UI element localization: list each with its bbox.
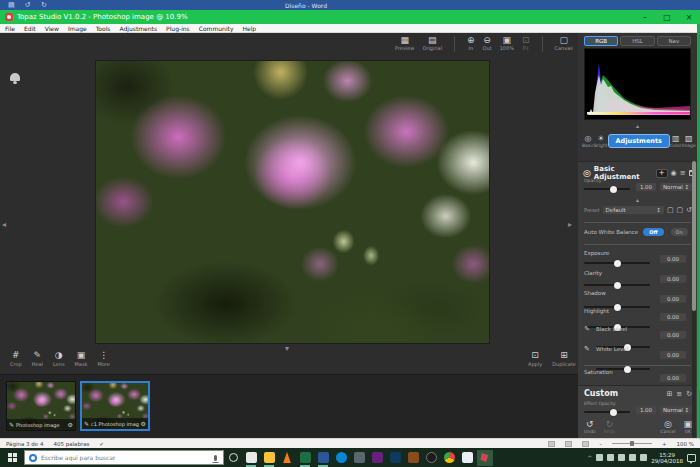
add-adjustment-button[interactable]: + <box>656 169 668 178</box>
taskbar-app-dark[interactable] <box>423 450 439 466</box>
more-tools-button[interactable]: ⋮ More <box>97 351 109 367</box>
thumbnail-photoshop-image[interactable]: ✎ Photoshop image ⚙ <box>6 381 76 431</box>
apply-button[interactable]: ⊡ Apply <box>528 351 542 367</box>
app-titlebar[interactable]: Topaz Studio V1.0.2 - Photoshop image @ … <box>0 10 700 24</box>
taskbar-app-photoshop[interactable] <box>387 450 403 466</box>
opacity-collapse-caret[interactable]: ▴ <box>578 196 697 203</box>
tray-onedrive-icon[interactable] <box>596 454 603 461</box>
awb-on-toggle[interactable]: On <box>671 228 688 236</box>
tab-nav[interactable]: Nav <box>657 36 691 46</box>
taskbar-app-photos[interactable] <box>459 450 475 466</box>
black-level-value[interactable]: 0.00 <box>660 331 686 339</box>
close-button[interactable]: × <box>678 13 700 22</box>
menu-plugins[interactable]: Plug-ins <box>166 25 190 32</box>
highlight-value[interactable]: 0.00 <box>660 313 686 321</box>
canvas-image[interactable] <box>95 60 490 344</box>
effect-opacity-value[interactable]: 1.00 <box>636 406 656 414</box>
taskbar-app-brown[interactable] <box>405 450 421 466</box>
exposure-slider[interactable] <box>584 262 650 264</box>
word-quick-access-icons[interactable]: ▤ ↺ ↻ <box>8 1 51 9</box>
menu-file[interactable]: File <box>5 25 15 32</box>
fit-button[interactable]: ⊡ Fit <box>522 36 530 51</box>
menu-community[interactable]: Community <box>199 25 234 32</box>
read-mode-button[interactable] <box>548 441 555 447</box>
duplicate-button[interactable]: ⊞ Duplicate <box>552 351 576 367</box>
taskbar-app-skype[interactable] <box>333 450 349 466</box>
black-point-dropper-icon[interactable]: ✎ <box>584 326 590 333</box>
menu-view[interactable]: View <box>45 25 59 32</box>
menu-adjustments[interactable]: Adjustments <box>120 25 158 32</box>
ok-button[interactable]: ▣ OK <box>683 420 692 434</box>
panel-scrollbar[interactable] <box>692 161 696 438</box>
taskbar-app-mail[interactable] <box>243 450 259 466</box>
taskbar-app-chrome[interactable] <box>441 450 457 466</box>
tray-battery-icon[interactable] <box>618 454 625 461</box>
menu-image[interactable]: Image <box>68 25 87 32</box>
shadow-value[interactable]: 0.00 <box>660 295 686 303</box>
left-panel-expand-arrow[interactable]: ◂ <box>2 221 6 229</box>
lens-tool-button[interactable]: ◑ Lens <box>53 351 65 367</box>
visibility-eye-icon[interactable]: ◉ <box>671 169 677 177</box>
web-layout-button[interactable] <box>582 441 589 447</box>
opacity-slider-knob[interactable] <box>610 186 617 193</box>
word-page-status[interactable]: Página 3 de 4 <box>6 441 43 447</box>
mask-tool-button[interactable]: ▣ Mask <box>75 351 88 367</box>
copy-effect-icon[interactable]: ⊞ <box>666 390 672 398</box>
crop-tool-button[interactable]: # Crop <box>10 351 22 367</box>
heal-tool-button[interactable]: ✎ Heal <box>32 351 43 367</box>
thumbnail-c1-photoshop-image[interactable]: ✎ c1.Photoshop image ⚙ <box>80 381 150 431</box>
preview-button[interactable]: ▦ Preview <box>395 36 414 51</box>
taskbar-app-word[interactable] <box>315 450 331 466</box>
histogram-collapse-caret[interactable]: ▴ <box>578 122 697 129</box>
tray-volume-icon[interactable] <box>640 454 647 461</box>
zoom-slider[interactable] <box>612 443 652 444</box>
taskbar-app-excel[interactable] <box>297 450 313 466</box>
menu-help[interactable]: Help <box>242 25 256 32</box>
taskbar-app-purple[interactable] <box>369 450 385 466</box>
spellcheck-icon[interactable]: ✔ <box>99 441 103 447</box>
maximize-button[interactable]: □ <box>656 13 678 22</box>
word-word-count[interactable]: 405 palabras <box>53 441 89 447</box>
effect-menu-icon[interactable]: ≡ <box>676 390 682 398</box>
notification-bell-icon[interactable] <box>10 73 20 81</box>
awb-off-toggle[interactable]: Off <box>643 228 663 236</box>
clarity-value[interactable]: 0.00 <box>660 275 686 283</box>
effect-blend-mode-dropdown[interactable]: Normal ↕ <box>660 406 692 414</box>
start-button[interactable] <box>0 448 24 467</box>
tab-rgb[interactable]: RGB <box>584 36 618 46</box>
menu-tools[interactable]: Tools <box>96 25 111 32</box>
color-mode-button[interactable]: ▥ Color <box>670 134 682 148</box>
zoom-in-control[interactable]: + <box>662 441 667 447</box>
cancel-button[interactable]: ◎ Cancel <box>660 420 675 434</box>
zoom-out-button[interactable]: ⊖ Out <box>483 36 492 51</box>
slider-knob[interactable] <box>614 260 621 267</box>
save-preset-icon[interactable]: ▢ <box>667 206 674 214</box>
zoom-100-button[interactable]: ▣ 100% <box>500 36 514 51</box>
original-button[interactable]: ▤ Original <box>422 36 442 51</box>
white-point-dropper-icon[interactable]: ✎ <box>584 346 590 353</box>
word-zoom-level[interactable]: 100 % <box>677 441 694 447</box>
tray-expand-caret[interactable]: ^ <box>587 454 592 461</box>
zoom-in-button[interactable]: ⊕ In <box>467 36 475 51</box>
exposure-value[interactable]: 0.00 <box>660 255 686 263</box>
canvas-button[interactable]: ▢ Canvas <box>555 36 573 51</box>
adjustments-button[interactable]: Adjustments <box>608 134 670 148</box>
saturation-value[interactable]: 0.00 <box>660 374 686 382</box>
image-mode-button[interactable]: ▧ Image <box>682 134 696 148</box>
taskbar-clock[interactable]: 15:29 29/04/2018 <box>651 452 683 464</box>
bright-mode-button[interactable]: ☀ Bright <box>594 134 608 148</box>
bottom-panel-collapse-arrow[interactable]: ▾ <box>285 345 289 353</box>
white-level-value[interactable]: 0.00 <box>660 351 686 359</box>
clarity-slider[interactable] <box>584 284 650 286</box>
microphone-icon[interactable] <box>214 455 217 461</box>
slider-knob[interactable] <box>614 304 621 311</box>
slider-knob[interactable] <box>624 366 631 373</box>
zoom-out-control[interactable]: – <box>599 441 602 447</box>
tray-security-icon[interactable] <box>607 454 614 461</box>
action-center-icon[interactable] <box>687 454 696 462</box>
opacity-slider[interactable] <box>584 188 630 190</box>
search-input[interactable] <box>41 454 210 461</box>
tab-hsl[interactable]: HSL <box>620 36 654 46</box>
menu-edit[interactable]: Edit <box>24 25 36 32</box>
taskbar-app-gray[interactable] <box>351 450 367 466</box>
